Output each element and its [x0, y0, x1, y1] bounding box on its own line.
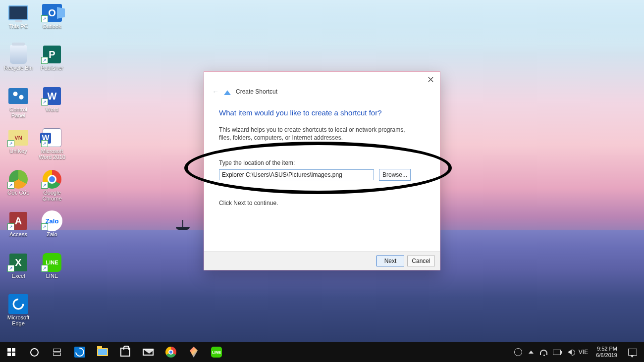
sky-highlight — [0, 0, 644, 54]
svg-rect-2 — [12, 348, 15, 352]
back-arrow-icon[interactable]: ← — [212, 88, 219, 96]
desktop-icon-label: Google Chrome — [36, 190, 68, 202]
desktop-icon-access[interactable]: A↗ Access — [2, 210, 34, 249]
desktop-icon-coccoc[interactable]: ↗ Cốc Cốc — [2, 169, 34, 207]
sailboat-decoration — [176, 227, 190, 230]
taskbar-left: LINE — [0, 342, 228, 362]
desktop-icon-publisher[interactable]: P↗ Publisher — [36, 44, 68, 83]
dialog-heading: What item would you like to create a sho… — [219, 108, 425, 117]
desktop-icon-label: Zalo — [47, 231, 57, 237]
shortcut-arrow-icon: ↗ — [7, 140, 14, 147]
location-input[interactable] — [219, 169, 374, 180]
taskbar-file-explorer[interactable] — [91, 342, 114, 362]
search-button[interactable] — [23, 342, 46, 362]
wifi-icon — [540, 350, 547, 355]
svg-rect-4 — [12, 353, 15, 356]
desktop-icon-label: Outlook — [43, 23, 61, 29]
desktop-icon-outlook[interactable]: O↗ Outlook — [36, 2, 68, 41]
close-button[interactable] — [426, 75, 435, 84]
taskbar-chrome[interactable] — [160, 342, 182, 362]
shortcut-arrow-icon: ↗ — [41, 182, 48, 189]
shortcut-arrow-icon: ↗ — [7, 182, 14, 189]
desktop-icon-unikey[interactable]: VN↗ UniKey — [2, 127, 34, 166]
taskbar-right: VIE 9:52 PM 6/6/2019 — [510, 342, 644, 362]
location-field-row: Browse... — [219, 169, 425, 181]
desktop-icon-label: LINE — [46, 273, 58, 279]
network-button[interactable] — [540, 348, 548, 356]
location-field-label: Type the location of the item: — [219, 159, 425, 166]
desktop-icon-chrome[interactable]: ↗ Google Chrome — [36, 169, 68, 207]
svg-rect-1 — [7, 348, 11, 352]
shortcut-arrow-icon: ↗ — [41, 99, 48, 105]
people-icon — [514, 348, 522, 356]
desktop-icon-zalo[interactable]: Zalo↗ Zalo — [36, 210, 68, 249]
ime-indicator[interactable]: VIE — [579, 349, 588, 356]
cancel-button[interactable]: Cancel — [407, 256, 435, 266]
desktop-icon-this-pc[interactable]: This PC — [2, 2, 34, 41]
system-tray: VIE — [510, 348, 592, 356]
desktop-icon-label: Cốc Cốc — [7, 190, 29, 196]
edge-icon — [8, 294, 28, 314]
dialog-footer: Next Cancel — [204, 251, 440, 270]
desktop-icon-label: Control Panel — [2, 106, 34, 118]
shortcut-arrow-icon: ↗ — [7, 265, 14, 272]
desktop-icon-label: Recycle Bin — [4, 65, 33, 71]
task-view-button[interactable] — [46, 342, 68, 362]
taskbar-edge[interactable] — [68, 342, 91, 362]
browse-button[interactable]: Browse... — [379, 169, 411, 181]
shortcut-arrow-icon: ↗ — [41, 15, 48, 22]
store-icon — [120, 348, 130, 357]
search-icon — [30, 348, 39, 357]
dialog-body: What item would you like to create a sho… — [204, 99, 440, 251]
clock-button[interactable]: 9:52 PM 6/6/2019 — [592, 346, 621, 359]
pc-icon — [8, 5, 28, 20]
desktop-icon-word-2010[interactable]: ↗ Microsoft Word 2010 — [36, 127, 68, 166]
taskbar-maps[interactable] — [182, 342, 205, 362]
tray-overflow-button[interactable] — [527, 348, 535, 356]
shortcut-arrow-icon: ↗ — [41, 265, 48, 272]
continue-hint: Click Next to continue. — [219, 200, 425, 207]
taskbar-store[interactable] — [114, 342, 137, 362]
clock-date: 6/6/2019 — [596, 352, 617, 359]
control-panel-icon — [8, 88, 28, 104]
battery-button[interactable] — [553, 348, 561, 356]
desktop-icon-recycle-bin[interactable]: Recycle Bin — [2, 44, 34, 83]
desktop-icon-label: Excel — [12, 273, 25, 279]
clock-time: 9:52 PM — [597, 346, 617, 352]
create-shortcut-dialog: ← Create Shortcut What item would you li… — [204, 71, 440, 270]
battery-icon — [553, 350, 561, 355]
shortcut-wizard-icon — [224, 88, 231, 95]
line-icon: LINE — [211, 347, 222, 358]
dialog-header-row: ← Create Shortcut — [204, 87, 440, 99]
desktop-icon-edge[interactable]: Microsoft Edge — [2, 294, 34, 332]
mail-icon — [143, 349, 154, 356]
speaker-icon — [568, 350, 572, 355]
action-center-button[interactable] — [621, 342, 644, 362]
desktop-icon-grid: This PC O↗ Outlook Recycle Bin P↗ Publis… — [2, 2, 68, 332]
dialog-titlebar — [204, 72, 440, 87]
volume-button[interactable] — [566, 348, 574, 356]
desktop-icon-label: Microsoft Word 2010 — [36, 148, 68, 160]
shortcut-arrow-icon: ↗ — [7, 223, 14, 230]
taskbar-mail[interactable] — [137, 342, 160, 362]
desktop-icon-control-panel[interactable]: Control Panel — [2, 86, 34, 124]
task-view-icon — [53, 349, 61, 356]
people-button[interactable] — [514, 348, 522, 356]
shortcut-arrow-icon: ↗ — [41, 57, 48, 64]
svg-point-0 — [13, 299, 23, 309]
maps-icon — [190, 347, 198, 358]
next-button[interactable]: Next — [376, 256, 404, 266]
desktop-icon-label: UniKey — [9, 148, 27, 154]
start-button[interactable] — [0, 342, 23, 362]
dialog-title: Create Shortcut — [236, 88, 277, 95]
dialog-description: This wizard helps you to create shortcut… — [219, 126, 407, 142]
desktop-icon-word[interactable]: W↗ Word — [36, 86, 68, 124]
desktop-icon-label: Publisher — [41, 65, 63, 71]
taskbar-line[interactable]: LINE — [205, 342, 228, 362]
svg-rect-3 — [7, 353, 11, 356]
desktop-icon-label: Microsoft Edge — [2, 314, 34, 326]
desktop-icon-excel[interactable]: X↗ Excel — [2, 252, 34, 291]
desktop-icon-line[interactable]: LINE↗ LINE — [36, 252, 68, 291]
chevron-up-icon — [529, 351, 534, 354]
windows-logo-icon — [7, 348, 15, 356]
